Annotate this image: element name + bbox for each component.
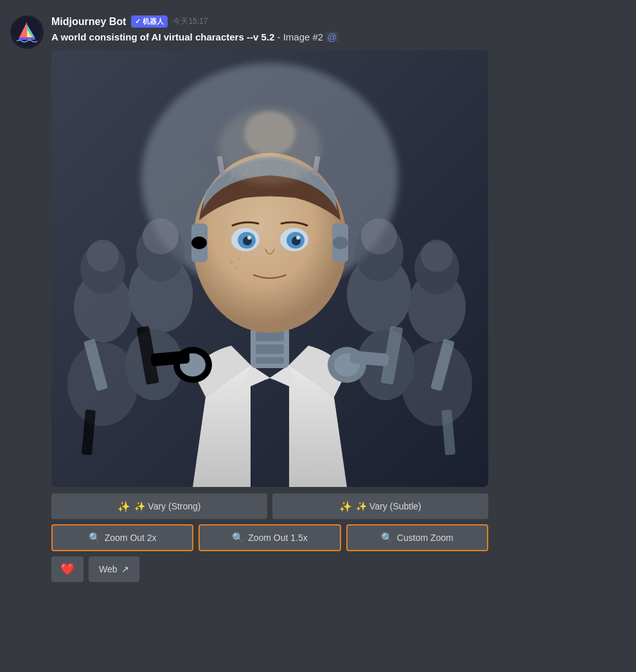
prompt-text: A world consisting of AI virtual charact…: [51, 31, 274, 42]
svg-rect-30: [256, 332, 284, 341]
zoom-buttons-row: 🔍 Zoom Out 2x 🔍 Zoom Out 1.5x 🔍 Custom Z…: [51, 524, 488, 551]
checkmark-icon: ✓: [135, 17, 141, 26]
generated-image: [51, 50, 488, 487]
avatar: [10, 15, 44, 49]
svg-point-20: [361, 218, 397, 254]
svg-point-56: [238, 258, 240, 260]
heart-icon: ❤️: [60, 562, 75, 576]
message-timestamp: 今天15:17: [173, 16, 208, 27]
zoom-out-2x-label: Zoom Out 2x: [105, 533, 157, 543]
zoom-out-2x-button[interactable]: 🔍 Zoom Out 2x: [51, 524, 193, 551]
magnifier-icon-3: 🔍: [381, 532, 393, 544]
svg-point-54: [230, 261, 233, 263]
bot-name: Midjourney Bot: [51, 16, 126, 28]
svg-point-52: [247, 236, 251, 240]
svg-point-55: [236, 267, 238, 269]
at-mention: @: [326, 31, 338, 42]
heart-button[interactable]: ❤️: [51, 556, 84, 582]
message-container: Midjourney Bot ✓ 机器人 今天15:17 A world con…: [10, 10, 626, 587]
message-body: Midjourney Bot ✓ 机器人 今天15:17 A world con…: [51, 15, 626, 582]
svg-point-12: [143, 218, 179, 254]
bot-badge-label: 机器人: [143, 17, 164, 26]
vary-subtle-button[interactable]: ✨ ✨ Vary (Subtle): [272, 493, 488, 519]
vary-strong-button[interactable]: ✨ ✨ Vary (Strong): [51, 493, 267, 519]
sparkles-icon-2: ✨: [339, 500, 352, 513]
buttons-section: ✨ ✨ Vary (Strong) ✨ ✨ Vary (Subtle) 🔍 Zo…: [51, 493, 488, 582]
avatar-icon: [12, 17, 42, 48]
message-header: Midjourney Bot ✓ 机器人 今天15:17: [51, 15, 626, 28]
magnifier-icon-2: 🔍: [232, 532, 244, 544]
magnifier-icon-1: 🔍: [89, 532, 101, 544]
zoom-out-1-5x-button[interactable]: 🔍 Zoom Out 1.5x: [199, 524, 340, 551]
vary-strong-label: ✨ Vary (Strong): [134, 501, 200, 511]
svg-point-45: [333, 236, 348, 249]
sparkles-icon: ✨: [118, 500, 130, 513]
zoom-out-1-5x-label: Zoom Out 1.5x: [248, 533, 308, 543]
svg-rect-4: [19, 37, 35, 40]
custom-zoom-label: Custom Zoom: [397, 533, 454, 543]
web-button[interactable]: Web ↗: [89, 556, 139, 582]
web-label: Web: [99, 564, 118, 574]
image-suffix: - Image #2: [277, 31, 326, 42]
svg-point-17: [421, 240, 453, 272]
bot-badge: ✓ 机器人: [131, 15, 168, 28]
svg-point-44: [191, 236, 207, 249]
bottom-buttons-row: ❤️ Web ↗: [51, 556, 488, 582]
svg-point-9: [87, 240, 119, 272]
svg-rect-31: [256, 344, 284, 354]
svg-point-58: [244, 111, 296, 156]
message-text: A world consisting of AI virtual charact…: [51, 30, 626, 44]
svg-rect-32: [256, 357, 284, 364]
external-link-icon: ↗: [121, 564, 129, 574]
vary-subtle-label: ✨ Vary (Subtle): [356, 501, 421, 511]
custom-zoom-button[interactable]: 🔍 Custom Zoom: [346, 524, 488, 551]
vary-buttons-row: ✨ ✨ Vary (Strong) ✨ ✨ Vary (Subtle): [51, 493, 488, 519]
svg-point-53: [296, 236, 300, 240]
